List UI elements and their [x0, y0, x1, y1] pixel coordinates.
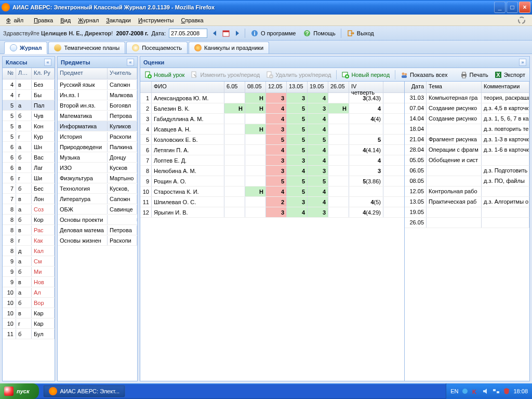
student-row[interactable]: 7Лоптев Е. Д.3344	[140, 155, 404, 166]
student-row[interactable]: 8Нелюбина А. М.3433	[140, 166, 404, 176]
tray-icon-network[interactable]	[493, 388, 500, 395]
tab-attendance[interactable]: Посещаемость	[126, 42, 188, 54]
grades-grid[interactable]: ФИО6.0508.0512.0513.0519.0526.05IV четве…	[140, 82, 405, 381]
student-row[interactable]: 4Исавцев А. Н.Н354	[140, 124, 404, 135]
class-row[interactable]: 5бЧув	[3, 111, 55, 121]
date-input[interactable]	[169, 29, 207, 38]
class-row[interactable]: 5аПал	[3, 100, 55, 111]
lesson-row[interactable]: 14.04Создание рисункод.з. 1, 5, 6, 7 в к…	[405, 114, 529, 124]
tray-icon-1[interactable]	[461, 388, 469, 395]
menu-tools[interactable]: Инструменты	[135, 16, 177, 24]
class-row[interactable]: 4вБез	[3, 79, 55, 90]
system-tray[interactable]: EN K 18:08	[446, 383, 532, 399]
col-comment[interactable]: Комментарии	[482, 82, 529, 92]
subject-row[interactable]: ОБЖСавинце	[58, 204, 137, 215]
class-row[interactable]: 7бБес	[3, 183, 55, 194]
class-row[interactable]: 5вКон	[3, 121, 55, 131]
col-date[interactable]: 12.05	[266, 82, 287, 92]
class-row[interactable]: 8вРас	[3, 225, 55, 235]
edit-lesson-button[interactable]: Изменить урок/период	[189, 70, 262, 79]
col-lit[interactable]: Лите	[16, 68, 32, 79]
class-row[interactable]: 7вЛон	[3, 194, 55, 204]
student-row[interactable]: 3Габидуллина А. М.4544 (4)	[140, 114, 404, 124]
col-quarter[interactable]: IV четверть	[349, 82, 383, 92]
close-button[interactable]: ×	[519, 2, 530, 13]
new-lesson-button[interactable]: Новый урок	[142, 70, 187, 79]
lesson-row[interactable]: 07.04Создание рисункод.з. 4,5 в карточк	[405, 103, 529, 114]
subject-row[interactable]: ЛитератураСапожн	[58, 194, 137, 204]
collapse-icon[interactable]: «	[44, 59, 51, 66]
collapse-icon[interactable]: «	[127, 59, 134, 66]
exit-button[interactable]: Выход	[344, 28, 376, 38]
subject-row[interactable]: ИЗОКусков	[58, 163, 137, 173]
class-row[interactable]: 11бБул	[3, 329, 55, 339]
student-row[interactable]: 6Летягин П. А.4544 (4.14)	[140, 145, 404, 155]
subject-row[interactable]: ИсторияРаскопи	[58, 131, 137, 142]
class-row[interactable]: 6вЛаг	[3, 163, 55, 173]
student-row[interactable]: 9Рощин А. О.5555 (3.86)	[140, 176, 404, 187]
col-date[interactable]: 13.05	[287, 82, 308, 92]
delete-lesson-button[interactable]: Удалить урок/период	[264, 70, 333, 79]
subject-row[interactable]: Ин.яз. IМалкова	[58, 90, 137, 100]
lesson-row[interactable]: 19.05	[405, 207, 529, 218]
taskbar-app[interactable]: АИАС АВЕРС: Элект...	[43, 385, 126, 397]
col-subject[interactable]: Предмет	[58, 68, 108, 79]
subject-row[interactable]: Основы проекти	[58, 215, 137, 225]
classes-body[interactable]: №ЛитеКл. Ру 4вБез4гБы5аПал5бЧув5вКон5гКу…	[3, 68, 55, 381]
menu-edit[interactable]: Правка	[31, 16, 56, 24]
col-date[interactable]: 08.05	[245, 82, 266, 92]
subject-row[interactable]: ПриродоведениПалкина	[58, 142, 137, 152]
class-row[interactable]: 6гШи	[3, 173, 55, 183]
menu-journal[interactable]: Журнал	[75, 16, 102, 24]
class-row[interactable]: 8дКал	[3, 246, 55, 256]
class-row[interactable]: 6бВас	[3, 152, 55, 163]
col-teacher[interactable]: Учитель	[108, 68, 137, 79]
date-prev-icon[interactable]	[210, 29, 219, 37]
tray-icon-volume[interactable]	[482, 388, 489, 395]
lesson-row[interactable]: 12.05Контрольная рабо	[405, 187, 529, 197]
subject-row[interactable]: МузыкаДонцу	[58, 152, 137, 163]
export-button[interactable]: XЭкспорт	[493, 70, 527, 79]
help-button[interactable]: ?Помощь	[301, 28, 338, 38]
menu-view[interactable]: Вид	[57, 16, 74, 24]
class-row[interactable]: 9аСм	[3, 256, 55, 267]
tray-icon-antivirus[interactable]: K	[472, 388, 479, 395]
class-row[interactable]: 10бВор	[3, 298, 55, 308]
student-row[interactable]: 11Шпилевая О. С.2344 (5)	[140, 197, 404, 207]
col-date[interactable]: 19.05	[308, 82, 328, 92]
tray-icon-shield[interactable]	[503, 388, 510, 395]
col-date[interactable]: 26.05	[328, 82, 349, 92]
subject-row[interactable]: ФизкультураМартыно	[58, 173, 137, 183]
clock[interactable]: 18:08	[513, 388, 528, 394]
student-row[interactable]: 10Старостина К. И.Н454	[140, 187, 404, 197]
col-fio[interactable]: ФИО	[152, 82, 224, 92]
subject-row[interactable]: ТехнологияКусков,	[58, 183, 137, 194]
print-button[interactable]: Печать	[458, 70, 490, 79]
date-next-icon[interactable]	[233, 29, 242, 37]
lesson-row[interactable]: 21.04Фрагмент рисункад.з. 1-3 в карточк	[405, 135, 529, 145]
lesson-row[interactable]: 18.04д.з. повторить те	[405, 124, 529, 135]
tab-journal[interactable]: Журнал	[4, 42, 47, 54]
lesson-row[interactable]: 05.05Обобщение и сист	[405, 155, 529, 166]
maximize-button[interactable]: □	[507, 2, 518, 13]
class-row[interactable]: 8гКак	[3, 235, 55, 246]
new-period-button[interactable]: Новый период	[340, 70, 392, 79]
subject-row[interactable]: Второй ин.яз.Богоявл	[58, 100, 137, 111]
tab-holidays[interactable]: Каникулы и праздники	[189, 42, 269, 54]
student-row[interactable]: 12Ярыгин И. В.3434 (4.29)	[140, 207, 404, 218]
student-row[interactable]: 2Балезин В. К.НН453Н4	[140, 103, 404, 114]
lesson-row[interactable]: 08.05д.з. ПО, файлы	[405, 176, 529, 187]
lesson-row[interactable]: 26.05	[405, 218, 529, 228]
col-date[interactable]: Дата	[405, 82, 427, 92]
subject-row[interactable]: Основы жизненРаскопи	[58, 235, 137, 246]
class-row[interactable]: 10вКар	[3, 308, 55, 318]
subject-row[interactable]: Русский языкСапожн	[58, 79, 137, 90]
about-button[interactable]: iО программе	[248, 28, 298, 38]
class-row[interactable]: 8аСоз	[3, 204, 55, 215]
menu-bookmarks[interactable]: Закладки	[103, 16, 134, 24]
tab-themes[interactable]: Тематические планы	[48, 42, 125, 54]
calendar-icon[interactable]	[222, 29, 230, 37]
subject-row[interactable]: ИнформатикаКуликов	[58, 121, 137, 131]
start-button[interactable]: пуск	[0, 383, 39, 399]
class-row[interactable]: 10гКар	[3, 318, 55, 329]
